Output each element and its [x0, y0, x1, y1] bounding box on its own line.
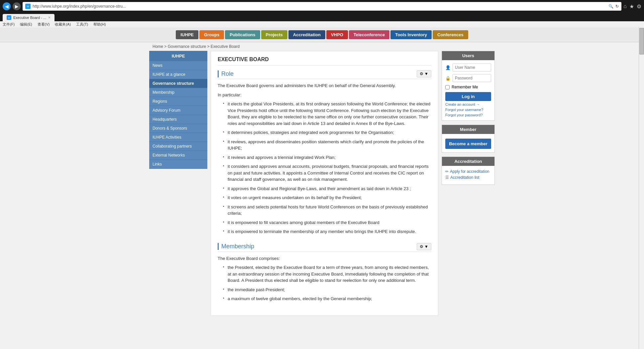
- role-title: Role: [218, 70, 234, 77]
- sidebar-item-external-networks[interactable]: External Networks: [149, 151, 207, 160]
- settings-icon[interactable]: ⚙: [637, 3, 641, 10]
- apply-accreditation-text: Apply for accreditation: [450, 169, 489, 174]
- role-gear-button[interactable]: ⚙ ▼: [417, 70, 431, 77]
- sidebar-item-governance[interactable]: Governance structure: [149, 79, 207, 88]
- list-item: the immediate past-President;: [224, 287, 431, 293]
- sidebar-item-donors-sponsors[interactable]: Donors & Sponsors: [149, 124, 207, 133]
- breadcrumb-home[interactable]: Home: [153, 44, 163, 49]
- nav-tools-inventory[interactable]: Tools Inventory: [390, 30, 432, 39]
- apply-accreditation-link[interactable]: ✏ Apply for accreditation: [445, 169, 491, 174]
- become-member-button[interactable]: Become a member: [445, 139, 491, 149]
- sidebar-item-advisory-forum[interactable]: Advisory Forum: [149, 106, 207, 115]
- membership-intro: The Executive Board comprises:: [218, 255, 431, 262]
- scrollbar[interactable]: [639, 27, 644, 327]
- sidebar-item-collaborating-partners[interactable]: Collaborating partners: [149, 142, 207, 151]
- menu-view[interactable]: 查看(V): [38, 22, 50, 27]
- favorites-icon[interactable]: ★: [629, 3, 634, 10]
- refresh-icon[interactable]: ↻: [615, 4, 619, 9]
- accreditation-widget: Accreditation ✏ Apply for accreditation …: [442, 157, 495, 185]
- gear-dropdown-icon: ▼: [424, 244, 428, 249]
- forward-button[interactable]: ▶: [13, 2, 21, 10]
- nav-iuhpe[interactable]: IUHPE: [176, 30, 198, 39]
- browser-tabs: ie Executive Board - ... ×: [3, 13, 641, 21]
- breadcrumb-sep2: >: [207, 44, 210, 49]
- forgot-username-link[interactable]: Forgot your username?: [445, 108, 491, 112]
- menu-file[interactable]: 文件(F): [3, 22, 15, 27]
- create-account-link[interactable]: Create an account →: [445, 102, 491, 106]
- accreditation-widget-header: Accreditation: [442, 157, 494, 166]
- users-widget-header: Users: [442, 51, 494, 60]
- role-section-header: Role ⚙ ▼: [218, 70, 431, 79]
- list-item: the President, elected by the Executive …: [224, 264, 431, 284]
- member-widget-body: Become a member: [442, 134, 494, 152]
- sidebar-item-membership[interactable]: Membership: [149, 88, 207, 97]
- list-item: a maximum of twelve global members, elec…: [224, 295, 431, 302]
- browser-chrome: ◀ ▶ ie http://www.iuhpe.org/index.php/en…: [0, 0, 644, 21]
- sidebar-item-headquarters[interactable]: Headquarters: [149, 115, 207, 124]
- right-sidebar: Users 👤 🔒 Remember Me Log in: [442, 51, 495, 316]
- remember-me-label: Remember Me: [452, 85, 478, 89]
- favicon: ie: [25, 4, 31, 9]
- accreditation-widget-body: ✏ Apply for accreditation ☰ Accreditatio…: [442, 166, 494, 184]
- sidebar-item-links[interactable]: Links: [149, 160, 207, 169]
- sidebar-item-iuhpe-activities[interactable]: IUHPE Activities: [149, 133, 207, 142]
- list-item: it elects the global Vice Presidents, at…: [224, 101, 431, 127]
- breadcrumb-current: Executive Board: [211, 44, 240, 49]
- browser-toolbar: ◀ ▶ ie http://www.iuhpe.org/index.php/en…: [3, 2, 641, 13]
- gear-icon: ⚙: [420, 71, 423, 76]
- sidebar-item-regions[interactable]: Regions: [149, 97, 207, 106]
- role-intro2: In particular:: [218, 92, 431, 98]
- nav-publications[interactable]: Publications: [225, 30, 260, 39]
- list-item: it determines policies, strategies and i…: [224, 129, 431, 136]
- membership-bullet-list: the President, elected by the Executive …: [218, 264, 431, 302]
- membership-section-header: Membership ⚙ ▼: [218, 243, 431, 252]
- membership-title: Membership: [218, 243, 254, 250]
- nav-groups[interactable]: Groups: [199, 30, 224, 39]
- menu-tools[interactable]: 工具(T): [76, 22, 88, 27]
- list-item: it votes on urgent measures undertaken o…: [224, 194, 431, 201]
- membership-gear-button[interactable]: ⚙ ▼: [417, 243, 431, 250]
- menu-help[interactable]: 帮助(H): [93, 22, 106, 27]
- home-icon[interactable]: ⌂: [623, 3, 627, 9]
- login-button[interactable]: Log in: [445, 92, 491, 101]
- forgot-password-link[interactable]: Forgot your password?: [445, 113, 491, 117]
- list-item: it is empowered to terminate the members…: [224, 228, 431, 235]
- role-intro: The Executive Board governs and administ…: [218, 82, 431, 89]
- tab-label: Executive Board - ...: [13, 16, 46, 20]
- sidebar-item-at-a-glance[interactable]: IUHPE at a glance: [149, 70, 207, 79]
- gear-dropdown-icon: ▼: [424, 71, 428, 76]
- menu-edit[interactable]: 编辑(E): [20, 22, 32, 27]
- username-input[interactable]: [453, 63, 491, 71]
- remember-row: Remember Me: [445, 85, 491, 89]
- sidebar-header: IUHPE: [149, 51, 207, 61]
- menu-bar: 文件(F) 编辑(E) 查看(V) 收藏夹(A) 工具(T) 帮助(H): [0, 21, 644, 28]
- active-tab[interactable]: ie Executive Board - ... ×: [3, 14, 54, 21]
- menu-favorites[interactable]: 收藏夹(A): [55, 22, 71, 27]
- list-item: it is empowered to fill vacancies among …: [224, 219, 431, 226]
- sidebar-item-news[interactable]: News: [149, 61, 207, 70]
- password-input[interactable]: [453, 74, 491, 82]
- nav-vhpo[interactable]: VHPO: [326, 30, 348, 39]
- breadcrumb-sep1: >: [164, 44, 167, 49]
- gear-icon: ⚙: [420, 244, 423, 249]
- address-bar: ie http://www.iuhpe.org/index.php/en/gov…: [23, 2, 621, 11]
- tab-close-icon[interactable]: ×: [48, 15, 51, 20]
- nav-conferences[interactable]: Conferences: [433, 30, 468, 39]
- url-text: http://www.iuhpe.org/index.php/en/govern…: [33, 4, 606, 9]
- main-layout: IUHPE News IUHPE at a glance Governance …: [146, 51, 498, 316]
- nav-accreditation[interactable]: Accreditation: [288, 30, 325, 39]
- accreditation-list-link[interactable]: ☰ Accreditation list: [445, 175, 491, 180]
- remember-me-checkbox[interactable]: [445, 85, 450, 89]
- back-button[interactable]: ◀: [3, 2, 11, 10]
- nav-projects[interactable]: Projects: [261, 30, 287, 39]
- nav-teleconference[interactable]: Teleconference: [349, 30, 389, 39]
- member-widget-header: Member: [442, 125, 494, 134]
- sidebar: IUHPE News IUHPE at a glance Governance …: [149, 51, 207, 316]
- password-row: 🔒: [445, 74, 491, 82]
- breadcrumb-governance[interactable]: Governance structure: [168, 44, 206, 49]
- membership-section: Membership ⚙ ▼ The Executive Board compr…: [218, 243, 431, 302]
- pencil-icon: ✏: [445, 169, 449, 174]
- lock-icon: 🔒: [445, 76, 451, 81]
- browser-icons: ⌂ ★ ⚙: [623, 3, 641, 10]
- scrollbar-thumb[interactable]: [639, 28, 644, 55]
